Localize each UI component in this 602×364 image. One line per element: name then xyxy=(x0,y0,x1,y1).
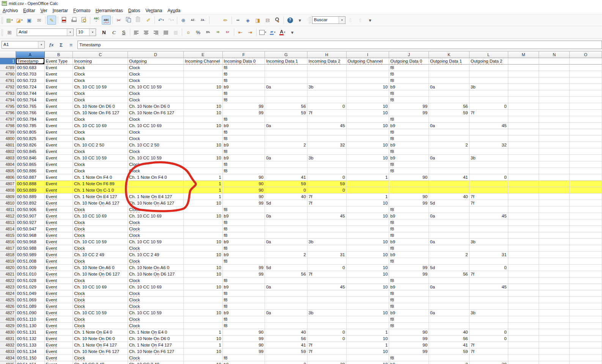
cell-C4811[interactable]: Clock xyxy=(73,206,128,213)
font-name-combobox[interactable]: Arial ▾ xyxy=(17,28,74,36)
cell-I4827[interactable]: 10 xyxy=(347,310,389,316)
cell-J4805[interactable]: f8 xyxy=(389,168,429,174)
cell-I4820[interactable]: 10 xyxy=(347,265,389,271)
cell-J4820[interactable]: 99 xyxy=(389,265,429,271)
cell-F4823[interactable]: b9 xyxy=(223,284,265,290)
column-header-G[interactable]: G xyxy=(265,51,307,58)
cell-A4809[interactable]: 00:50.889 xyxy=(16,194,45,200)
cell-O4815[interactable] xyxy=(570,232,602,239)
cell-H4819[interactable] xyxy=(307,258,347,265)
cell-D4795[interactable]: Ch. 10 Note On D6 0 xyxy=(128,103,184,110)
cell-M4801[interactable] xyxy=(508,142,539,148)
cell-I4815[interactable] xyxy=(347,232,389,239)
cell-D4809[interactable]: Ch. 1 Note On E4 127 xyxy=(128,194,184,200)
cell-K4795[interactable]: 56 xyxy=(429,103,470,110)
cell-K4816[interactable]: 0a xyxy=(429,239,470,245)
cell-B4800[interactable]: Event xyxy=(45,136,73,142)
cell-C4831[interactable]: Ch. 10 Note On D6 0 xyxy=(73,336,128,342)
cell-G4815[interactable] xyxy=(265,232,307,239)
cell-A4819[interactable]: 00:51.008 xyxy=(16,258,45,265)
cell-N4825[interactable] xyxy=(539,297,570,303)
cell-G4811[interactable] xyxy=(265,206,307,213)
cell-G4822[interactable] xyxy=(265,277,307,284)
row-header-4814[interactable]: 4814 xyxy=(0,226,16,232)
cell-L4815[interactable] xyxy=(470,232,508,239)
cell-G4791[interactable] xyxy=(265,77,307,84)
cell-H4829[interactable] xyxy=(307,323,347,329)
cell-G4820[interactable]: 5d xyxy=(265,265,307,271)
cell-J4821[interactable]: 99 xyxy=(389,271,429,277)
cell-A4790[interactable]: 00:50.703 xyxy=(16,71,45,77)
cell-D4800[interactable]: Clock xyxy=(128,136,184,142)
cell-E1[interactable]: Incoming Channel xyxy=(184,58,223,65)
cell-D4835[interactable]: Ch. 10 CC 2 48 xyxy=(128,361,184,364)
find-combobox[interactable]: Buscar ▾ xyxy=(312,16,345,24)
cell-A4789[interactable]: 00:50.683 xyxy=(16,65,45,71)
cell-G4816[interactable]: 0a xyxy=(265,239,307,245)
cell-A4808[interactable]: 00:50.889 xyxy=(16,187,45,194)
cell-H4795[interactable]: 0 xyxy=(307,103,347,110)
background-color-button[interactable]: ▰▾ xyxy=(268,28,277,37)
find-replace-button[interactable]: ●● xyxy=(233,16,243,25)
cell-N4807[interactable] xyxy=(539,181,570,187)
cell-I4792[interactable]: 10 xyxy=(347,84,389,90)
cell-I4818[interactable]: 10 xyxy=(347,252,389,258)
help-button[interactable]: ? xyxy=(285,16,295,25)
cell-M4826[interactable] xyxy=(508,303,539,310)
cell-A4825[interactable]: 00:51.069 xyxy=(16,297,45,303)
cell-K4830[interactable]: 40 xyxy=(429,329,470,336)
cell-M4798[interactable] xyxy=(508,123,539,129)
cell-B4825[interactable]: Event xyxy=(45,297,73,303)
cell-K4791[interactable] xyxy=(429,77,470,84)
cell-G4814[interactable] xyxy=(265,226,307,232)
cell-M4794[interactable] xyxy=(508,97,539,103)
cell-G4833[interactable]: 59 xyxy=(265,348,307,355)
cell-K4802[interactable] xyxy=(429,148,470,155)
cell-L4808[interactable] xyxy=(470,187,508,194)
cell-O4794[interactable] xyxy=(570,97,602,103)
find-next-button[interactable]: ⇩ xyxy=(346,16,355,25)
cell-D4819[interactable]: Clock xyxy=(128,258,184,265)
cell-M4805[interactable] xyxy=(508,168,539,174)
cell-D4821[interactable]: Ch. 10 Note On D6 127 xyxy=(128,271,184,277)
cell-F4833[interactable]: 99 xyxy=(223,348,265,355)
cell-N4835[interactable] xyxy=(539,361,570,364)
cell-L4795[interactable]: 0 xyxy=(470,103,508,110)
currency-format-button[interactable]: ¤ xyxy=(184,28,193,37)
cell-M4815[interactable] xyxy=(508,232,539,239)
cell-O4800[interactable] xyxy=(570,136,602,142)
cell-D4832[interactable]: Ch. 1 Note On F4 127 xyxy=(128,342,184,348)
cell-C4816[interactable]: Ch. 10 CC 10 59 xyxy=(73,239,128,245)
cell-O4817[interactable] xyxy=(570,245,602,252)
cell-I4832[interactable]: 1 xyxy=(347,342,389,348)
cell-D4818[interactable]: Ch. 10 CC 2 49 xyxy=(128,252,184,258)
cell-L4820[interactable]: 0 xyxy=(470,265,508,271)
cell-C4794[interactable]: Clock xyxy=(73,97,128,103)
cell-A4804[interactable]: 00:50.865 xyxy=(16,161,45,168)
cell-F4806[interactable]: 90 xyxy=(223,174,265,181)
cell-I4795[interactable]: 10 xyxy=(347,103,389,110)
row-header-4803[interactable]: 4803 xyxy=(0,155,16,161)
cell-E4825[interactable] xyxy=(184,297,223,303)
row-header-4825[interactable]: 4825 xyxy=(0,297,16,303)
cell-G4828[interactable] xyxy=(265,316,307,323)
cell-O4814[interactable] xyxy=(570,226,602,232)
column-header-D[interactable]: D xyxy=(128,51,184,58)
cell-K4809[interactable]: 40 xyxy=(429,194,470,200)
cell-L4798[interactable]: 45 xyxy=(470,123,508,129)
cell-N4805[interactable] xyxy=(539,168,570,174)
cell-O4833[interactable] xyxy=(570,348,602,355)
cell-J4811[interactable]: f8 xyxy=(389,206,429,213)
cell-B4795[interactable]: Event xyxy=(45,103,73,110)
cell-O4807[interactable] xyxy=(570,181,602,187)
cell-D4831[interactable]: Ch. 10 Note On D6 0 xyxy=(128,336,184,342)
cell-I4830[interactable]: 1 xyxy=(347,329,389,336)
cell-E4826[interactable] xyxy=(184,303,223,310)
cell-O4821[interactable] xyxy=(570,271,602,277)
cell-D4789[interactable]: Clock xyxy=(128,65,184,71)
cell-A4806[interactable]: 00:50.887 xyxy=(16,174,45,181)
cell-K4811[interactable] xyxy=(429,206,470,213)
row-header-4792[interactable]: 4792 xyxy=(0,84,16,90)
cell-O4806[interactable] xyxy=(570,174,602,181)
cell-O4802[interactable] xyxy=(570,148,602,155)
